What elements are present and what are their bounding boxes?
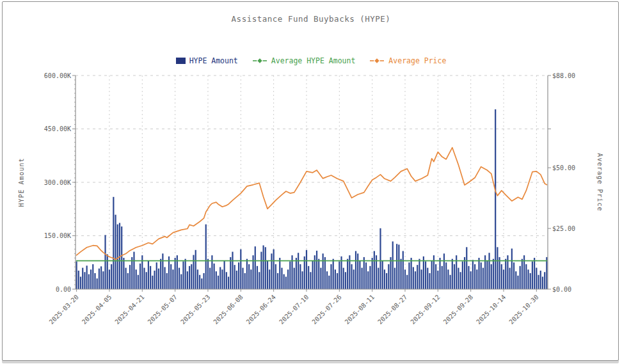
bar bbox=[431, 260, 433, 289]
bar bbox=[209, 268, 211, 289]
bar bbox=[353, 269, 355, 289]
average-price-line bbox=[77, 148, 547, 260]
y-tick-label-right: $0.00 bbox=[552, 286, 571, 293]
bar bbox=[345, 272, 346, 289]
bar bbox=[257, 266, 258, 289]
bar bbox=[193, 255, 194, 289]
bar bbox=[374, 251, 375, 289]
bar bbox=[285, 277, 287, 289]
bar bbox=[298, 253, 299, 289]
bar bbox=[99, 269, 100, 289]
bar bbox=[379, 228, 381, 289]
bar bbox=[197, 269, 198, 289]
bar bbox=[191, 264, 192, 289]
bar bbox=[435, 264, 436, 289]
bar bbox=[246, 259, 248, 289]
bar bbox=[234, 265, 235, 289]
bar bbox=[180, 274, 182, 289]
bar bbox=[495, 109, 496, 289]
bar bbox=[275, 264, 276, 289]
bar bbox=[408, 262, 410, 289]
bar bbox=[170, 264, 171, 289]
bar bbox=[123, 258, 124, 289]
bar bbox=[437, 271, 438, 289]
bar bbox=[419, 259, 420, 289]
bar bbox=[221, 269, 223, 289]
bar bbox=[97, 278, 98, 289]
bar bbox=[236, 271, 237, 289]
bar bbox=[488, 253, 490, 289]
bar bbox=[328, 276, 330, 289]
bar bbox=[443, 253, 445, 289]
bar bbox=[281, 268, 282, 289]
bar bbox=[355, 251, 356, 289]
bar bbox=[509, 268, 511, 289]
bar bbox=[406, 275, 408, 289]
bar bbox=[501, 264, 502, 289]
bar bbox=[445, 262, 447, 289]
bar bbox=[269, 269, 270, 289]
bar bbox=[189, 266, 190, 289]
bar bbox=[244, 273, 246, 289]
bar bbox=[216, 271, 217, 289]
bar bbox=[94, 273, 95, 289]
bar bbox=[392, 241, 394, 289]
bar bbox=[117, 225, 118, 289]
bar bbox=[468, 266, 469, 289]
bar bbox=[199, 275, 200, 289]
bar bbox=[127, 273, 129, 289]
bar bbox=[337, 273, 338, 289]
x-tick-label: 2025-04-21 bbox=[113, 294, 145, 326]
bar bbox=[115, 215, 116, 289]
bar bbox=[421, 269, 422, 289]
bar bbox=[369, 266, 371, 289]
bar bbox=[520, 266, 521, 289]
bar bbox=[143, 268, 145, 289]
bar bbox=[403, 251, 404, 289]
bar bbox=[347, 259, 348, 289]
x-tick-label: 2025-05-23 bbox=[179, 294, 211, 326]
bar bbox=[522, 259, 523, 289]
bar bbox=[131, 257, 132, 289]
bar bbox=[271, 253, 272, 289]
bar bbox=[179, 268, 180, 289]
y-tick-label-left: 450.00K bbox=[44, 125, 71, 132]
y-tick-label-right: $88.00 bbox=[552, 72, 575, 79]
bar bbox=[425, 262, 426, 289]
bar bbox=[462, 262, 463, 289]
bar bbox=[458, 268, 459, 289]
bar bbox=[175, 258, 176, 289]
bar bbox=[299, 264, 301, 289]
bar bbox=[88, 274, 90, 289]
bar bbox=[185, 259, 186, 289]
bar bbox=[250, 269, 251, 289]
bar bbox=[301, 271, 303, 289]
x-tick-label: 2025-04-05 bbox=[81, 294, 113, 326]
bar bbox=[343, 268, 344, 289]
bar bbox=[104, 235, 106, 289]
bar bbox=[140, 264, 141, 289]
bar bbox=[538, 275, 539, 289]
bar bbox=[413, 267, 414, 289]
bar bbox=[109, 269, 110, 289]
chart-canvas: 2025-03-202025-04-052025-04-212025-05-07… bbox=[0, 0, 622, 364]
bar bbox=[148, 260, 149, 289]
x-tick-label: 2025-07-10 bbox=[278, 294, 310, 326]
bar bbox=[515, 271, 516, 289]
bar bbox=[260, 252, 262, 289]
bar bbox=[493, 259, 494, 289]
bar bbox=[226, 272, 227, 289]
bar bbox=[255, 246, 256, 289]
bar bbox=[283, 274, 285, 289]
bar bbox=[125, 268, 127, 289]
bar bbox=[160, 259, 161, 289]
y-tick-label-right: $50.00 bbox=[552, 164, 575, 171]
bar bbox=[273, 249, 275, 289]
bar bbox=[466, 247, 467, 289]
right-axis-title: Average Price bbox=[596, 153, 603, 211]
bar bbox=[102, 271, 104, 289]
bar bbox=[277, 273, 278, 289]
bar bbox=[201, 278, 202, 289]
bar bbox=[470, 271, 472, 289]
bar bbox=[335, 269, 336, 289]
